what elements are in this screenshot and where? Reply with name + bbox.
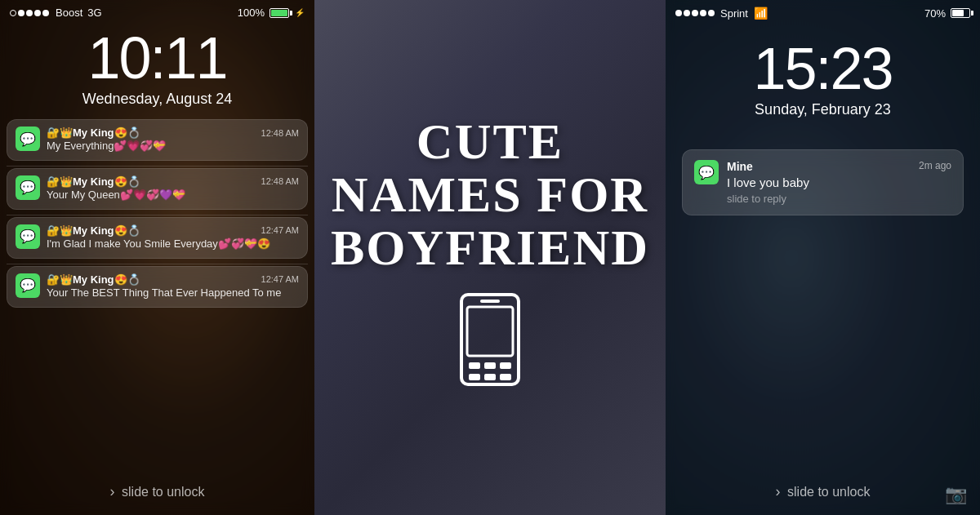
notif-body-1: 🔐👑My King😍💍 12:48 AM My Everything💕💗💞💝 [47,127,299,153]
title-line-1: CUTE [331,115,649,168]
signal-dots-left [10,10,49,16]
notif-time-3: 12:47 AM [261,225,299,235]
slide-arrow-left: › [110,483,115,499]
battery-pct-left: 100% [238,7,265,19]
center-panel: CUTE NAMES FOR BOYFRIEND [314,0,666,515]
battery-pct-right: 70% [924,7,946,20]
status-bar-left: Boost 3G 100% ⚡ [0,0,314,22]
center-title: CUTE NAMES FOR BOYFRIEND [331,115,649,274]
svg-rect-5 [500,362,511,369]
carrier-left: Boost [56,7,82,19]
signal-r4 [700,10,706,16]
notif-sender-4: 🔐👑My King😍💍 [47,273,140,286]
clock-date-right: Sunday, February 23 [666,101,980,118]
signal-dot-2 [18,10,24,16]
slide-to-unlock-right[interactable]: › slide to unlock [666,483,980,500]
notif-right-sender: Mine [727,160,753,173]
slide-label-left: slide to unlock [122,485,204,499]
notif-message-2: Your My Queen💕💗💞💜💝 [47,189,299,202]
messages-icon-2: 💬 [16,175,40,200]
svg-rect-6 [469,374,480,380]
battery-icon-right [951,8,970,18]
battery-area-left: 100% ⚡ [238,7,305,19]
notif-right-item[interactable]: 💬 Mine 2m ago I love you baby slide to r… [682,149,964,215]
clock-right: 15:23 Sunday, February 23 [666,23,980,125]
wifi-icon-right: 📶 [754,7,768,20]
signal-r1 [675,10,682,16]
notif-time-1: 12:48 AM [261,128,299,138]
signal-dot-1 [10,10,16,16]
notif-item-1[interactable]: 💬 🔐👑My King😍💍 12:48 AM My Everything💕💗💞💝 [7,119,308,161]
signal-r3 [692,10,698,16]
svg-rect-4 [484,362,496,369]
notif-message-1: My Everything💕💗💞💝 [47,140,299,153]
signal-dot-5 [42,10,49,16]
center-content: CUTE NAMES FOR BOYFRIEND [314,99,666,416]
notif-item-4[interactable]: 💬 🔐👑My King😍💍 12:47 AM Your The BEST Thi… [7,266,308,308]
battery-icon-left [270,8,289,18]
signal-dot-3 [26,10,33,16]
messages-icon-1: 💬 [16,127,40,151]
notif-sender-3: 🔐👑My King😍💍 [47,224,140,237]
clock-date-left: Wednesday, August 24 [0,91,314,108]
notif-item-2[interactable]: 💬 🔐👑My King😍💍 12:48 AM Your My Queen💕💗💞💜… [7,168,308,210]
clock-left: 10:11 Wednesday, August 24 [0,22,314,111]
notification-right[interactable]: 💬 Mine 2m ago I love you baby slide to r… [666,149,980,215]
network-left: 3G [87,7,101,19]
notif-right-reply: slide to reply [727,193,951,205]
status-bar-right: Sprint 📶 70% [666,0,980,23]
svg-rect-7 [484,374,496,380]
svg-rect-3 [469,362,480,369]
notif-right-body: Mine 2m ago I love you baby slide to rep… [727,160,951,205]
notifications-left: 💬 🔐👑My King😍💍 12:48 AM My Everything💕💗💞💝… [0,119,314,308]
notif-body-2: 🔐👑My King😍💍 12:48 AM Your My Queen💕💗💞💜💝 [47,175,299,202]
phone-icon [331,291,649,400]
battery-area-right: 70% [924,7,970,20]
separator-3 [7,264,308,264]
messages-icon-4: 💬 [16,273,40,298]
svg-rect-8 [500,374,511,380]
notif-right-message: I love you baby [727,175,951,189]
title-line-3: BOYFRIEND [331,221,649,274]
notif-message-4: Your The BEST Thing That Ever Happened T… [47,286,299,300]
signal-r2 [684,10,690,16]
notif-time-2: 12:48 AM [261,176,299,186]
carrier-right: Sprint [720,7,748,20]
notif-right-time: 2m ago [919,160,951,173]
slide-label-right: slide to unlock [787,485,870,499]
battery-bolt-left: ⚡ [295,8,305,17]
separator-1 [7,166,308,166]
left-phone-panel: Boost 3G 100% ⚡ 10:11 Wednesday, August … [0,0,314,515]
notif-message-3: I'm Glad I make You Smile Everyday💕💞💝😍 [47,238,299,251]
notif-sender-1: 🔐👑My King😍💍 [47,127,140,139]
svg-rect-1 [467,307,513,356]
notif-sender-2: 🔐👑My King😍💍 [47,175,140,188]
messages-icon-right: 💬 [694,160,719,184]
clock-time-right: 15:23 [666,39,980,98]
right-phone-panel: Sprint 📶 70% 15:23 Sunday, February 23 💬 [666,0,980,515]
title-line-2: NAMES FOR [331,168,649,221]
camera-icon-right[interactable]: 📷 [945,484,967,505]
slide-arrow-right: › [776,483,781,499]
slide-to-unlock-left[interactable]: › slide to unlock [0,483,314,500]
clock-time-left: 10:11 [0,29,314,87]
messages-icon-3: 💬 [16,224,40,249]
notif-item-3[interactable]: 💬 🔐👑My King😍💍 12:47 AM I'm Glad I make Y… [7,217,308,259]
notif-time-4: 12:47 AM [261,274,299,284]
separator-2 [7,215,308,215]
signal-dots-right [675,10,715,16]
notif-body-4: 🔐👑My King😍💍 12:47 AM Your The BEST Thing… [47,273,299,300]
notif-body-3: 🔐👑My King😍💍 12:47 AM I'm Glad I make You… [47,224,299,251]
signal-dot-4 [34,10,41,16]
svg-rect-2 [480,300,500,303]
signal-r5 [708,10,715,16]
